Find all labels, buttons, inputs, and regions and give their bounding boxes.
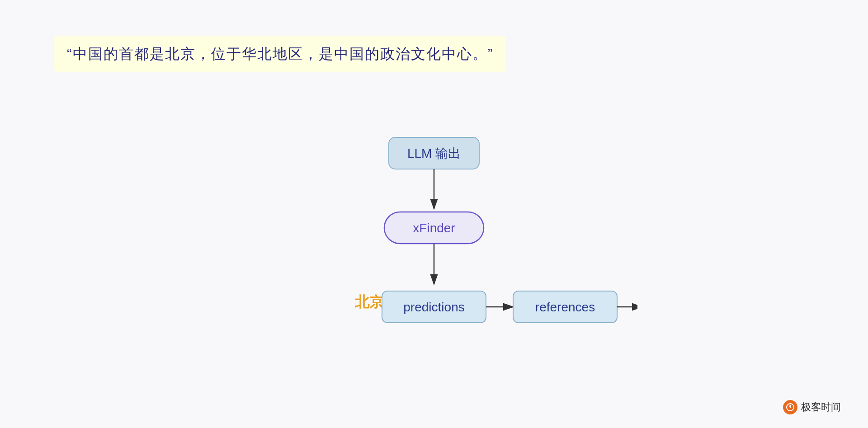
watermark-icon <box>783 400 797 414</box>
quote-text: “中国的首都是北京，位于华北地区，是中国的政治文化中心。” <box>67 46 493 62</box>
predictions-label: predictions <box>403 300 464 314</box>
llm-label: LLM 输出 <box>407 146 461 160</box>
xfinder-label: xFinder <box>413 221 455 235</box>
beijing-label: 北京 <box>354 294 384 310</box>
diagram-svg: LLM 输出 xFinder 北京 predictions references <box>231 124 637 386</box>
quote-block: “中国的首都是北京，位于华北地区，是中国的政治文化中心。” <box>54 36 506 72</box>
main-container: “中国的首都是北京，位于华北地区，是中国的政治文化中心。” LLM 输出 xFi… <box>0 0 868 428</box>
watermark-text: 极客时间 <box>801 400 841 414</box>
diagram-area: LLM 输出 xFinder 北京 predictions references <box>54 99 814 410</box>
references-label: references <box>535 300 595 314</box>
watermark: 极客时间 <box>783 400 841 414</box>
